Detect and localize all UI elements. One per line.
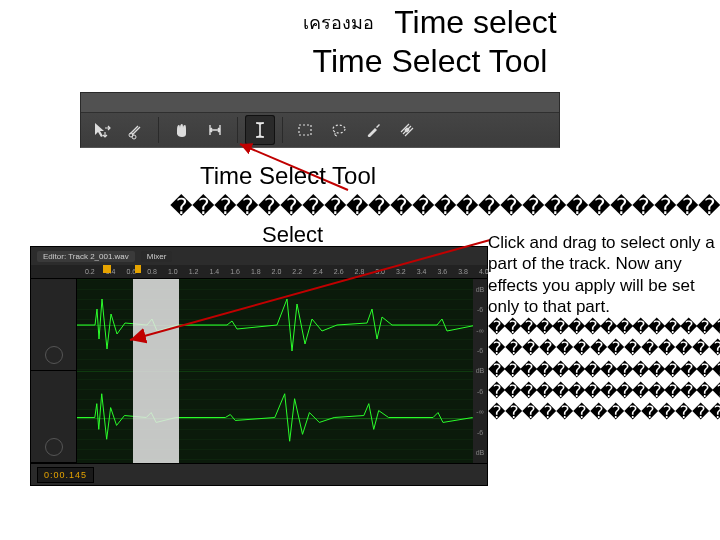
- channel-knob-icon[interactable]: [45, 438, 63, 456]
- callout-heading: Time Select Tool: [200, 162, 376, 190]
- title-eng: Time select: [394, 4, 556, 41]
- title-line2: Time Select Tool: [200, 43, 660, 80]
- svg-point-1: [132, 135, 136, 139]
- time-select-tool[interactable]: [245, 115, 275, 145]
- brush-tool[interactable]: [358, 115, 388, 145]
- title-thai: เครองมอ: [303, 8, 374, 37]
- waveform-channel-controls: [31, 279, 77, 463]
- slide-title: เครองมอ Time select Time Select Tool: [200, 4, 660, 80]
- razor-tool[interactable]: [121, 115, 151, 145]
- waveform-panel: Editor: Track 2_001.wav Mixer 0.20.40.60…: [30, 246, 488, 486]
- hand-tool[interactable]: [166, 115, 196, 145]
- audio-toolbar: [80, 92, 560, 148]
- time-selection-region[interactable]: [133, 279, 179, 463]
- callout-select: Select: [262, 222, 323, 248]
- marquee-tool[interactable]: [290, 115, 320, 145]
- waveform-footer: 0:00.145: [31, 463, 487, 485]
- description-text: Click and drag to select only a part of …: [488, 232, 720, 423]
- stretch-tool[interactable]: [200, 115, 230, 145]
- waveform-ruler[interactable]: 0.20.40.60.81.01.21.41.61.82.02.22.42.62…: [31, 265, 487, 279]
- playhead-marker-icon[interactable]: [103, 265, 111, 273]
- lasso-tool[interactable]: [324, 115, 354, 145]
- selection-marker-icon[interactable]: [135, 265, 141, 273]
- callout-boxes-line: �������������������������Time�����������…: [170, 194, 720, 220]
- playhead-time: 0:00.145: [37, 467, 94, 483]
- waveform-header: Editor: Track 2_001.wav Mixer: [31, 247, 487, 265]
- svg-point-3: [333, 125, 345, 133]
- channel-knob-icon[interactable]: [45, 346, 63, 364]
- heal-tool[interactable]: [392, 115, 422, 145]
- move-tool[interactable]: [87, 115, 117, 145]
- waveform-canvas[interactable]: dB-6-∞-6dB-6-∞-6dB: [77, 279, 487, 463]
- waveform-db-scale: dB-6-∞-6dB-6-∞-6dB: [473, 279, 487, 463]
- waveform-tab-mixer[interactable]: Mixer: [141, 251, 173, 262]
- waveform-tab-editor[interactable]: Editor: Track 2_001.wav: [37, 251, 135, 262]
- svg-rect-2: [299, 125, 311, 135]
